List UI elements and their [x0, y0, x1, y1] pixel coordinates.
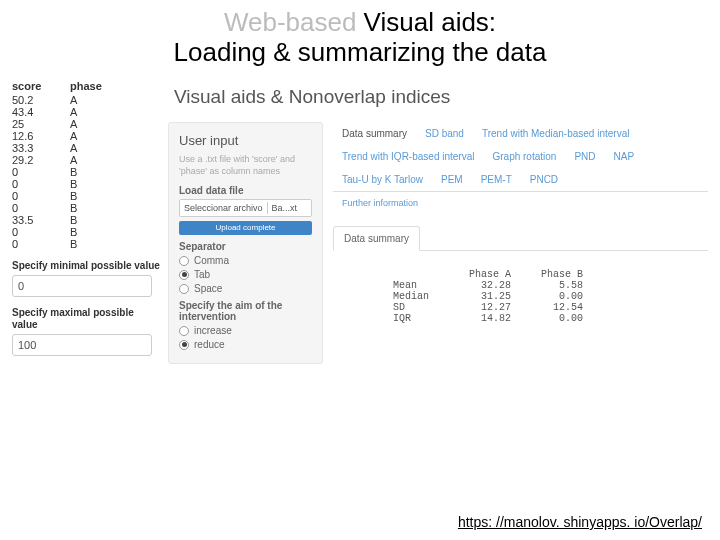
cell-score: 0 — [12, 238, 70, 250]
radio-label: Tab — [194, 269, 210, 280]
table-row: 43.4A — [12, 106, 162, 118]
cell-phase: B — [70, 214, 140, 226]
col-header-phase: phase — [70, 80, 140, 92]
tab-data-summary[interactable]: Data summary — [333, 122, 416, 145]
spec-max-input[interactable] — [12, 334, 152, 356]
cell-phase: B — [70, 166, 140, 178]
col-header-score: score — [12, 80, 70, 92]
radio-label: increase — [194, 325, 232, 336]
tab-pnd[interactable]: PND — [565, 145, 604, 168]
tabs-nav: Data summarySD bandTrend with Median-bas… — [333, 122, 708, 192]
summary-phase-b: 0.00 — [523, 291, 583, 302]
radio-label: reduce — [194, 339, 225, 350]
summary-col-a: Phase A — [453, 269, 523, 280]
summary-table: Phase A Phase B Mean32.285.58Median31.25… — [393, 269, 708, 324]
cell-score: 0 — [12, 166, 70, 178]
file-chooser[interactable]: Seleccionar archivo Ba...xt — [179, 199, 312, 217]
summary-phase-a: 14.82 — [453, 313, 523, 324]
tab-sd-band[interactable]: SD band — [416, 122, 473, 145]
radio-label: Space — [194, 283, 222, 294]
cell-phase: A — [70, 154, 140, 166]
table-row: 25A — [12, 118, 162, 130]
summary-row: Mean32.285.58 — [393, 280, 708, 291]
tab-graph-rotation[interactable]: Graph rotation — [483, 145, 565, 168]
cell-score: 12.6 — [12, 130, 70, 142]
file-button[interactable]: Seleccionar archivo — [180, 202, 268, 214]
load-file-label: Load data file — [179, 185, 312, 196]
main-panel: Data summarySD bandTrend with Median-bas… — [333, 122, 708, 364]
tab-pncd[interactable]: PNCD — [521, 168, 567, 191]
table-row: 50.2A — [12, 94, 162, 106]
separator-option[interactable]: Tab — [179, 269, 312, 280]
cell-phase: B — [70, 190, 140, 202]
separator-label: Separator — [179, 241, 312, 252]
cell-score: 43.4 — [12, 106, 70, 118]
radio-icon — [179, 340, 189, 350]
summary-phase-b: 5.58 — [523, 280, 583, 291]
table-row: 29.2A — [12, 154, 162, 166]
radio-icon — [179, 256, 189, 266]
tab-trend-with-median-based-interval[interactable]: Trend with Median-based interval — [473, 122, 638, 145]
cell-score: 0 — [12, 190, 70, 202]
tab-trend-with-iqr-based-interval[interactable]: Trend with IQR-based interval — [333, 145, 483, 168]
cell-score: 33.5 — [12, 214, 70, 226]
table-row: 0B — [12, 190, 162, 202]
table-row: 0B — [12, 202, 162, 214]
radio-label: Comma — [194, 255, 229, 266]
cell-score: 33.3 — [12, 142, 70, 154]
aim-option[interactable]: reduce — [179, 339, 312, 350]
active-subtab[interactable]: Data summary — [333, 226, 420, 251]
slide-title: Web-based Visual aids: Loading & summari… — [0, 8, 720, 68]
tab-pem-t[interactable]: PEM-T — [472, 168, 521, 191]
radio-icon — [179, 284, 189, 294]
footer-url[interactable]: https: //manolov. shinyapps. io/Overlap/ — [458, 514, 702, 530]
cell-phase: A — [70, 130, 140, 142]
summary-phase-a: 31.25 — [453, 291, 523, 302]
cell-phase: A — [70, 118, 140, 130]
cell-phase: B — [70, 238, 140, 250]
aim-label: Specify the aim of the intervention — [179, 300, 312, 322]
aim-option[interactable]: increase — [179, 325, 312, 336]
summary-row: Median31.250.00 — [393, 291, 708, 302]
cell-score: 0 — [12, 178, 70, 190]
sidebar-panel: User input Use a .txt file with 'score' … — [168, 122, 323, 364]
spec-min-input[interactable] — [12, 275, 152, 297]
title-rest: Visual aids: — [364, 7, 497, 37]
tab-pem[interactable]: PEM — [432, 168, 472, 191]
radio-icon — [179, 326, 189, 336]
cell-score: 0 — [12, 226, 70, 238]
summary-col-b: Phase B — [523, 269, 583, 280]
app-title: Visual aids & Nonoverlap indices — [174, 86, 708, 108]
tab-tau-u-by-k-tarlow[interactable]: Tau-U by K Tarlow — [333, 168, 432, 191]
shiny-app: Visual aids & Nonoverlap indices User in… — [168, 80, 708, 364]
table-row: 0B — [12, 166, 162, 178]
spec-max-label: Specify maximal possible value — [12, 307, 162, 332]
upload-status: Upload complete — [179, 221, 312, 235]
radio-icon — [179, 270, 189, 280]
cell-score: 29.2 — [12, 154, 70, 166]
table-row: 12.6A — [12, 130, 162, 142]
cell-phase: A — [70, 142, 140, 154]
sidebar-heading: User input — [179, 133, 312, 148]
spec-min-label: Specify minimal possible value — [12, 260, 162, 273]
table-row: 0B — [12, 178, 162, 190]
summary-phase-a: 12.27 — [453, 302, 523, 313]
summary-phase-b: 0.00 — [523, 313, 583, 324]
summary-label: Median — [393, 291, 453, 302]
separator-option[interactable]: Comma — [179, 255, 312, 266]
tab-nap[interactable]: NAP — [605, 145, 644, 168]
sidebar-hint: Use a .txt file with 'score' and 'phase'… — [179, 154, 312, 177]
cell-phase: B — [70, 202, 140, 214]
file-name: Ba...xt — [268, 202, 311, 214]
table-row: 0B — [12, 238, 162, 250]
cell-phase: B — [70, 226, 140, 238]
separator-option[interactable]: Space — [179, 283, 312, 294]
summary-label: IQR — [393, 313, 453, 324]
cell-phase: A — [70, 106, 140, 118]
raw-data-table: score phase 50.2A43.4A25A12.6A33.3A29.2A… — [12, 80, 162, 356]
upload-progress: Upload complete — [179, 221, 312, 235]
cell-score: 25 — [12, 118, 70, 130]
further-info-link[interactable]: Further information — [333, 192, 708, 214]
summary-label: SD — [393, 302, 453, 313]
cell-score: 50.2 — [12, 94, 70, 106]
